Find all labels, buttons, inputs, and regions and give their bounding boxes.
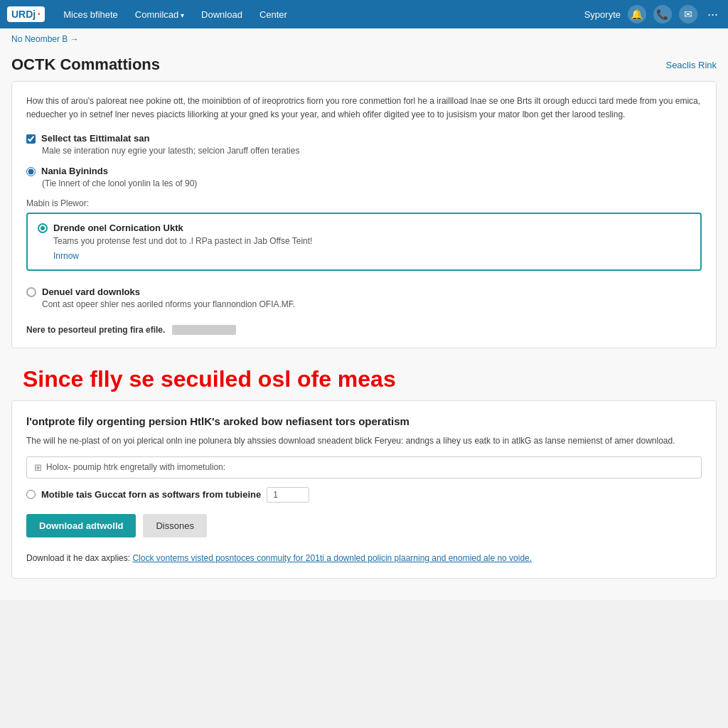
inactive-radio-dot [26, 287, 36, 297]
navbar: URDj · Mices bfihete Comnilcad Download … [0, 0, 728, 28]
card2-body: The will he ne-plast of on yoi plerical … [26, 434, 702, 448]
bell-icon-btn[interactable]: 🔔 [628, 5, 646, 23]
inactive-card-sub: Cont ast opeer shler nes aoriled nforms … [42, 299, 702, 309]
logo[interactable]: URDj · [7, 6, 45, 22]
dissones-button[interactable]: Dissones [143, 514, 206, 537]
radio-1-label: Nania Byininds [26, 166, 702, 176]
form-item-checkbox: Sellect tas Eittimalat san Male se inter… [26, 133, 702, 156]
input-field[interactable]: ⊞ Holox- poumip htrk engretally with imo… [26, 456, 702, 478]
radio-2-label-text: Motible tais Guccat forn as softwars fro… [41, 489, 261, 500]
card-intro: How this of arou's paloreat nee pokine o… [26, 95, 702, 122]
selected-card-link[interactable]: Inrnow [53, 251, 79, 261]
mail-icon-btn[interactable]: ✉ [679, 5, 697, 23]
checkbox-label-text: Sellect tas Eittimalat san [41, 133, 149, 144]
selected-card-title: Drende onel Cornication Uktk [38, 223, 690, 233]
card-2: l'ontprote fily orgenting persion HtlK's… [11, 400, 717, 579]
btn-row: Download adtwolld Dissones [26, 514, 702, 537]
selected-radio-dot [38, 223, 48, 233]
selected-card-title-text: Drende onel Cornication Uktk [53, 223, 183, 233]
radio-1-label-text: Nania Byininds [41, 166, 108, 176]
radio-item-1: Nania Byininds (Tie lnnert of che lonol … [26, 166, 702, 188]
download-button[interactable]: Download adtwolld [26, 514, 136, 537]
card-1: How this of arou's paloreat nee pokine o… [11, 81, 717, 348]
main-content: How this of arou's paloreat nee pokine o… [0, 81, 728, 600]
card2-title: l'ontprote fily orgenting persion HtlK's… [26, 414, 702, 429]
input-placeholder-text: Holox- poumip htrk engretally with imome… [46, 462, 225, 472]
section-label: Mabin is Plewor: [26, 198, 702, 208]
note-line-text: Nere to pesorteul preting fira efile. [26, 325, 165, 335]
footer-note: Download it he dax axplies: Clock vontem… [26, 552, 702, 565]
checkbox-label: Sellect tas Eittimalat san [26, 133, 702, 144]
page-title: OCTK Commattions [11, 55, 160, 74]
annotation-text: Since flly se secuiled osl ofe meas [11, 358, 717, 400]
radio-2-input[interactable] [26, 490, 36, 499]
radio-with-select: Motible tais Guccat forn as softwars fro… [26, 487, 702, 503]
breadcrumb-link[interactable]: No Neomber B → [11, 34, 79, 44]
redacted-text [172, 325, 236, 335]
nav-center[interactable]: Center [252, 6, 294, 23]
inactive-card-box: Denuel vard downloks Cont ast opeer shle… [26, 281, 702, 315]
checkbox-input[interactable] [26, 134, 36, 144]
breadcrumb: No Neomber B → [0, 28, 728, 50]
note-line: Nere to pesorteul preting fira efile. [26, 325, 702, 335]
nav-mices[interactable]: Mices bfihete [56, 6, 125, 23]
nav-right: Syporyte 🔔 📞 ✉ ··· [584, 5, 721, 23]
nav-download[interactable]: Download [194, 6, 250, 23]
support-text: Syporyte [584, 9, 621, 20]
inactive-card-title: Denuel vard downloks [26, 287, 702, 297]
header-link[interactable]: Seaclis Rink [665, 60, 717, 70]
nav-comnilcad[interactable]: Comnilcad [128, 6, 191, 23]
footer-note-link[interactable]: Clock vontems visted posntoces conmuity … [132, 553, 532, 563]
inactive-card-title-text: Denuel vard downloks [42, 287, 140, 297]
logo-text: URDj [11, 9, 36, 20]
radio-1-sub: (Tie lnnert of che lonol yonlin la les o… [42, 178, 702, 188]
input-icon: ⊞ [34, 462, 42, 473]
more-icon[interactable]: ··· [705, 7, 721, 22]
nav-links: Mices bfihete Comnilcad Download Center [56, 6, 584, 23]
footer-note-prefix: Download it he dax axplies: [26, 553, 130, 563]
phone-icon-btn[interactable]: 📞 [653, 5, 672, 23]
selected-card-box[interactable]: Drende onel Cornication Uktk Teams you p… [26, 213, 702, 271]
select-box[interactable]: 1 2 3 [267, 487, 309, 503]
checkbox-sublabel: Male se interation nuy egrie your latest… [42, 146, 702, 156]
radio-1-input[interactable] [26, 167, 36, 176]
page-header: OCTK Commattions Seaclis Rink [0, 50, 728, 81]
selected-card-sub: Teams you protense fest und dot to .l RP… [53, 236, 690, 246]
